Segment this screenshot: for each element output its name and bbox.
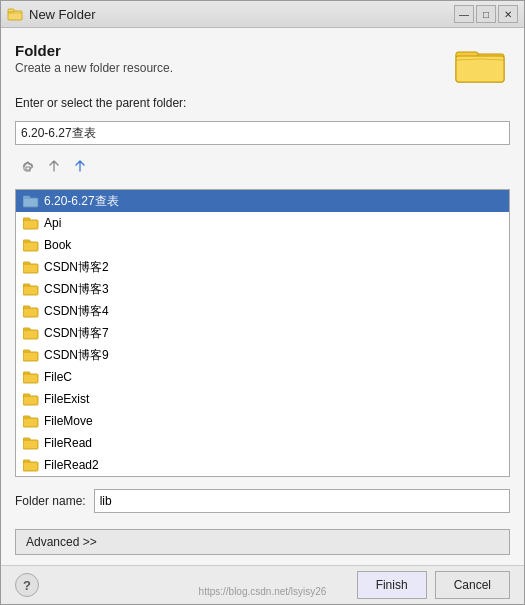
minimize-button[interactable]: — <box>454 5 474 23</box>
folder-item-icon <box>22 215 40 231</box>
folder-item-icon <box>22 303 40 319</box>
svg-rect-13 <box>23 264 38 273</box>
svg-rect-11 <box>23 242 38 251</box>
tree-item[interactable]: 6.20-6.27查表 <box>16 190 509 212</box>
folder-item-icon <box>22 325 40 341</box>
tree-item-label: CSDN博客4 <box>44 303 109 320</box>
back-button[interactable] <box>17 156 39 178</box>
svg-rect-29 <box>23 440 38 449</box>
tree-item[interactable]: Book <box>16 234 509 256</box>
folder-item-icon <box>22 435 40 451</box>
svg-rect-19 <box>23 330 38 339</box>
tree-item-label: FileExist <box>44 392 89 406</box>
title-bar-controls: — □ ✕ <box>454 5 518 23</box>
tree-item[interactable]: FileMove <box>16 410 509 432</box>
tree-item[interactable]: CSDN博客4 <box>16 300 509 322</box>
tree-item[interactable]: FileExist <box>16 388 509 410</box>
maximize-button[interactable]: □ <box>476 5 496 23</box>
folder-item-icon <box>22 413 40 429</box>
svg-rect-7 <box>23 198 38 207</box>
tree-item-label: Api <box>44 216 61 230</box>
tree-item[interactable]: CSDN博客9 <box>16 344 509 366</box>
tree-item-label: FileMove <box>44 414 93 428</box>
folder-item-icon <box>22 237 40 253</box>
tree-item-label: Book <box>44 238 71 252</box>
tree-item-label: FileRead <box>44 436 92 450</box>
advanced-button[interactable]: Advanced >> <box>15 529 510 555</box>
tree-item-label: CSDN博客3 <box>44 281 109 298</box>
folder-item-icon <box>22 281 40 297</box>
tree-item[interactable]: FileC <box>16 366 509 388</box>
up-icon <box>47 160 61 174</box>
tree-item[interactable]: FileRead2 <box>16 454 509 476</box>
tree-item[interactable]: CSDN博客7 <box>16 322 509 344</box>
finish-button[interactable]: Finish <box>357 571 427 599</box>
tree-toolbar <box>15 153 510 181</box>
folder-item-icon <box>22 193 40 209</box>
dialog-body: Folder Create a new folder resource. Ent… <box>1 28 524 555</box>
tree-item[interactable]: CSDN博客2 <box>16 256 509 278</box>
forward-icon <box>73 160 87 174</box>
tree-item[interactable]: FileRead <box>16 432 509 454</box>
section-subtitle: Create a new folder resource. <box>15 61 173 75</box>
svg-rect-17 <box>23 308 38 317</box>
folder-name-row: Folder name: <box>15 489 510 513</box>
tree-item-label: FileC <box>44 370 72 384</box>
svg-rect-27 <box>23 418 38 427</box>
close-button[interactable]: ✕ <box>498 5 518 23</box>
svg-rect-23 <box>23 374 38 383</box>
help-button[interactable]: ? <box>15 573 39 597</box>
svg-rect-25 <box>23 396 38 405</box>
folder-tree[interactable]: 6.20-6.27查表ApiBookCSDN博客2CSDN博客3CSDN博客4C… <box>15 189 510 477</box>
tree-item-label: FileRead2 <box>44 458 99 472</box>
title-bar: New Folder — □ ✕ <box>1 1 524 28</box>
svg-rect-1 <box>8 9 14 12</box>
section-title-area: Folder Create a new folder resource. <box>15 42 173 75</box>
folder-item-icon <box>22 457 40 473</box>
back-icon <box>21 160 35 174</box>
section-title: Folder <box>15 42 173 59</box>
section-header: Folder Create a new folder resource. <box>15 42 510 86</box>
svg-rect-31 <box>23 462 38 471</box>
dialog-footer: ? https://blog.csdn.net/lsyisy26 Finish … <box>1 565 524 604</box>
svg-rect-21 <box>23 352 38 361</box>
watermark: https://blog.csdn.net/lsyisy26 <box>199 584 327 599</box>
tree-item-label: CSDN博客7 <box>44 325 109 342</box>
svg-rect-4 <box>456 56 504 82</box>
dialog-icon <box>7 6 23 22</box>
folder-item-icon <box>22 259 40 275</box>
folder-item-icon <box>22 369 40 385</box>
tree-item[interactable]: CSDN博客3 <box>16 278 509 300</box>
dialog-title: New Folder <box>29 7 95 22</box>
cancel-button[interactable]: Cancel <box>435 571 510 599</box>
folder-large-icon <box>454 42 506 86</box>
footer-right: Finish Cancel <box>357 571 510 599</box>
forward-button[interactable] <box>69 156 91 178</box>
new-folder-dialog: New Folder — □ ✕ Folder Create a new fol… <box>0 0 525 605</box>
up-button[interactable] <box>43 156 65 178</box>
svg-rect-15 <box>23 286 38 295</box>
tree-item[interactable]: Api <box>16 212 509 234</box>
folder-item-icon <box>22 347 40 363</box>
folder-name-label: Folder name: <box>15 494 86 508</box>
parent-folder-input[interactable] <box>15 121 510 145</box>
tree-item-label: CSDN博客2 <box>44 259 109 276</box>
tree-item-label: 6.20-6.27查表 <box>44 193 119 210</box>
tree-item-label: CSDN博客9 <box>44 347 109 364</box>
folder-item-icon <box>22 391 40 407</box>
footer-left: ? <box>15 573 39 597</box>
parent-folder-label: Enter or select the parent folder: <box>15 96 510 110</box>
svg-rect-9 <box>23 220 38 229</box>
title-bar-left: New Folder <box>7 6 95 22</box>
folder-name-input[interactable] <box>94 489 510 513</box>
